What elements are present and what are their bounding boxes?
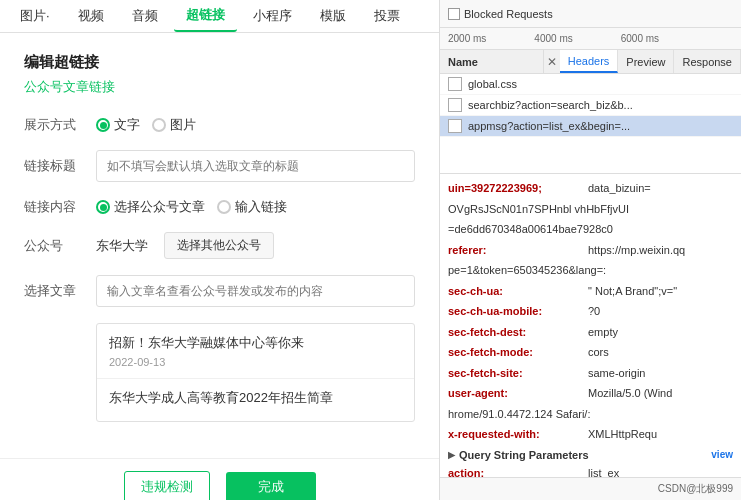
header-value-7: empty (588, 324, 618, 341)
article-title-0: 招新！东华大学融媒体中心等你来 (109, 334, 402, 352)
req-checkbox-2[interactable] (448, 119, 462, 133)
left-panel: 图片· 视频 音频 超链接 小程序 模版 投票 编辑超链接 公众号文章链接 展示… (0, 0, 440, 500)
bottom-status: CSDN@北极999 (440, 477, 741, 500)
select-other-btn[interactable]: 选择其他公众号 (164, 232, 274, 259)
select-article-label: 选择文章 (24, 282, 96, 300)
req-checkbox-1[interactable] (448, 98, 462, 112)
radio-url-circle[interactable] (217, 200, 231, 214)
link-content-radio-group: 选择公众号文章 输入链接 (96, 198, 287, 216)
header-value-10: Mozilla/5.0 (Wind (588, 385, 672, 402)
header-value-2: =de6dd670348a00614bae7928c0 (448, 221, 613, 238)
header-key-7: sec-fetch-dest: (448, 324, 588, 341)
link-title-label: 链接标题 (24, 157, 96, 175)
link-content-article[interactable]: 选择公众号文章 (96, 198, 205, 216)
header-value-6: ?0 (588, 303, 600, 320)
article-item-1[interactable]: 东华大学成人高等教育2022年招生简章 (97, 379, 414, 421)
article-list: 招新！东华大学融媒体中心等你来 2022-09-13 东华大学成人高等教育202… (96, 323, 415, 422)
header-row-1: OVgRsJScN01n7SPHnbl vhHbFfjvUI (448, 199, 733, 220)
request-list: global.css searchbiz?action=search_biz&b… (440, 74, 741, 174)
radio-article-label: 选择公众号文章 (114, 198, 205, 216)
time-mark-1: 4000 ms (534, 33, 572, 44)
done-btn[interactable]: 完成 (226, 472, 316, 500)
nav-tab-images[interactable]: 图片· (8, 1, 62, 31)
header-row-10: user-agent: Mozilla/5.0 (Wind (448, 383, 733, 404)
query-section-view[interactable]: view (711, 449, 733, 460)
bottom-bar: 违规检测 完成 (0, 458, 439, 500)
header-value-9: same-origin (588, 365, 645, 382)
article-search-input[interactable] (96, 275, 415, 307)
request-item-1[interactable]: searchbiz?action=search_biz&b... (440, 95, 741, 116)
nav-tab-audio[interactable]: 音频 (120, 1, 170, 31)
req-checkbox-0[interactable] (448, 77, 462, 91)
header-key-5: sec-ch-ua: (448, 283, 588, 300)
radio-image-label: 图片 (170, 116, 196, 134)
col-tab-headers[interactable]: Headers (560, 50, 619, 73)
devtools-header: Blocked Requests (440, 0, 741, 28)
header-row-5: sec-ch-ua: " Not;A Brand";v=" (448, 281, 733, 302)
header-key-3: referer: (448, 242, 588, 259)
display-mode-row: 展示方式 文字 图片 (24, 116, 415, 134)
detail-panel: uin=39272223969; data_bizuin= OVgRsJScN0… (440, 174, 741, 477)
query-section-title: Query String Parameters (459, 449, 589, 461)
status-text: CSDN@北极999 (658, 482, 733, 496)
edit-area: 编辑超链接 公众号文章链接 展示方式 文字 图片 链接标题 链接内容 (0, 33, 439, 458)
blocked-checkbox-box[interactable] (448, 8, 460, 20)
radio-text-circle[interactable] (96, 118, 110, 132)
detect-btn[interactable]: 违规检测 (124, 471, 210, 500)
header-value-4: pe=1&token=650345236&lang=: (448, 262, 606, 279)
header-value-8: cors (588, 344, 609, 361)
header-row-3: referer: https://mp.weixin.qq (448, 240, 733, 261)
header-row-4: pe=1&token=650345236&lang=: (448, 260, 733, 281)
request-item-2[interactable]: appmsg?action=list_ex&begin=... (440, 116, 741, 137)
time-mark-0: 2000 ms (448, 33, 486, 44)
param-key-0: action: (448, 465, 588, 478)
header-value-1: OVgRsJScN01n7SPHnbl vhHbFfjvUI (448, 201, 629, 218)
col-tabs: Headers Preview Response (560, 50, 741, 73)
nav-tab-hyperlink[interactable]: 超链接 (174, 0, 237, 32)
article-item-0[interactable]: 招新！东华大学融媒体中心等你来 2022-09-13 (97, 324, 414, 379)
header-value-5: " Not;A Brand";v=" (588, 283, 677, 300)
time-ruler: 2000 ms 4000 ms 6000 ms (440, 28, 741, 50)
blocked-requests-checkbox[interactable]: Blocked Requests (448, 8, 553, 20)
nav-tab-video[interactable]: 视频 (66, 1, 116, 31)
nav-tab-template[interactable]: 模版 (308, 1, 358, 31)
header-key-12: x-requested-with: (448, 426, 588, 443)
col-tab-response[interactable]: Response (674, 50, 741, 73)
top-nav: 图片· 视频 音频 超链接 小程序 模版 投票 (0, 0, 439, 33)
header-key-8: sec-fetch-mode: (448, 344, 588, 361)
header-value-0: data_bizuin= (588, 180, 651, 197)
header-key-0: uin=39272223969; (448, 180, 588, 197)
req-name-0: global.css (468, 78, 733, 90)
header-row-11: hrome/91.0.4472.124 Safari/: (448, 404, 733, 425)
radio-image-circle[interactable] (152, 118, 166, 132)
nav-tab-vote[interactable]: 投票 (362, 1, 412, 31)
select-article-row: 选择文章 (24, 275, 415, 307)
blocked-requests-label: Blocked Requests (464, 8, 553, 20)
header-value-3: https://mp.weixin.qq (588, 242, 685, 259)
link-text[interactable]: 公众号文章链接 (24, 78, 415, 96)
nav-tab-miniapp[interactable]: 小程序 (241, 1, 304, 31)
header-row-2: =de6dd670348a00614bae7928c0 (448, 219, 733, 240)
radio-article-circle[interactable] (96, 200, 110, 214)
triangle-icon: ▶ (448, 450, 455, 460)
link-title-input[interactable] (96, 150, 415, 182)
link-content-row: 链接内容 选择公众号文章 输入链接 (24, 198, 415, 216)
edit-title: 编辑超链接 (24, 53, 415, 72)
header-key-10: user-agent: (448, 385, 588, 402)
header-row-12: x-requested-with: XMLHttpRequ (448, 424, 733, 445)
display-option-text[interactable]: 文字 (96, 116, 140, 134)
link-content-label: 链接内容 (24, 198, 96, 216)
query-param-0: action: list_ex (448, 463, 733, 478)
link-content-url[interactable]: 输入链接 (217, 198, 287, 216)
header-row-9: sec-fetch-site: same-origin (448, 363, 733, 384)
query-section-header[interactable]: ▶ Query String Parameters view (448, 445, 733, 463)
time-mark-2: 6000 ms (621, 33, 659, 44)
col-tab-preview[interactable]: Preview (618, 50, 674, 73)
request-item-0[interactable]: global.css (440, 74, 741, 95)
header-key-9: sec-fetch-site: (448, 365, 588, 382)
official-account-name: 东华大学 (96, 237, 148, 255)
header-value-11: hrome/91.0.4472.124 Safari/: (448, 406, 590, 423)
header-row-7: sec-fetch-dest: empty (448, 322, 733, 343)
display-option-image[interactable]: 图片 (152, 116, 196, 134)
col-close-btn[interactable]: ✕ (544, 55, 559, 69)
